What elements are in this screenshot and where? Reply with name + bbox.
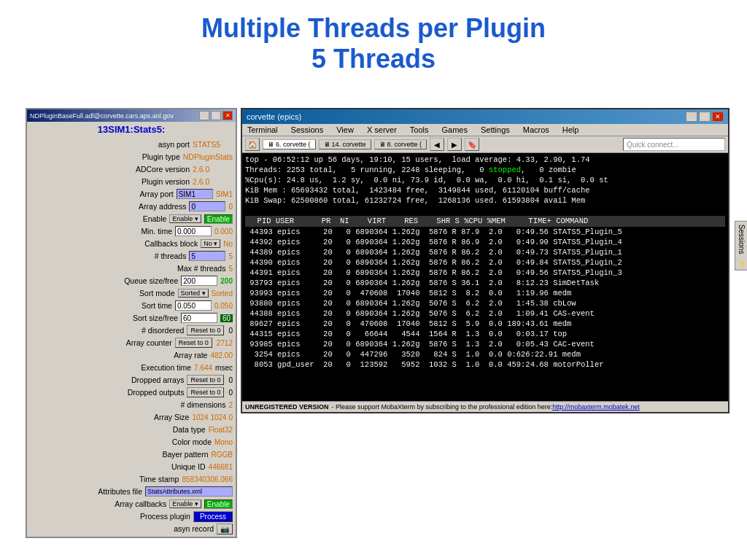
label-enable: Enable xyxy=(143,214,167,223)
reset-dropped-arrays[interactable]: Reset to 0 xyxy=(187,375,224,385)
row-timestamp: Time stamp 858340306.066 xyxy=(30,473,233,485)
reset-disordered[interactable]: Reset to 0 xyxy=(187,325,224,335)
minimize-button[interactable]: _ xyxy=(199,111,209,120)
menu-games[interactable]: Games xyxy=(440,125,470,135)
val-disordered: 0 xyxy=(228,327,233,335)
tab-icon-14: 🖥 xyxy=(324,141,330,148)
row-callbacks-block: Callbacks block No ▾ No xyxy=(30,238,233,249)
row-bayer-pattern: Bayer pattern RGGB xyxy=(30,448,233,460)
label-plugin-version: Plugin version xyxy=(142,177,190,186)
reset-dropped-outputs[interactable]: Reset to 0 xyxy=(187,387,224,397)
val-sort-mode: Sorted xyxy=(212,289,233,298)
proc-row-44391: 44391 epics 20 0 6890364 1.262g 5876 R 8… xyxy=(245,268,725,278)
val-array-counter: 2712 xyxy=(217,339,233,347)
toolbar-nav-forward[interactable]: ▶ xyxy=(447,138,462,151)
proc-row-93793: 93793 epics 20 0 6890364 1.262g 5876 S 3… xyxy=(245,278,725,288)
ndplugin-titlebar-buttons: _ □ ✕ xyxy=(199,111,233,120)
input-queue-size[interactable] xyxy=(181,276,217,286)
row-enable: Enable Enable ▾ Enable xyxy=(30,213,233,225)
input-sort-time[interactable] xyxy=(175,300,212,311)
proc-row-89627: 89627 epics 20 0 470608 17040 5812 S 5.9… xyxy=(245,319,725,329)
tab-corvette-6[interactable]: 🖥 6. corvette ( xyxy=(263,139,316,149)
proc-row-8053: 8053 gpd_user 20 0 123592 5952 1032 S 1.… xyxy=(245,359,725,370)
label-sort-size: Sort size/free xyxy=(133,314,178,322)
val-max-threads: 5 xyxy=(228,265,233,273)
restore-button[interactable]: □ xyxy=(211,111,221,120)
row-sort-mode: Sort mode Sorted ▾ Sorted xyxy=(30,287,233,299)
close-button[interactable]: ✕ xyxy=(222,111,233,120)
status-link[interactable]: http://mobaxterm.mobatek.net xyxy=(552,403,640,411)
menu-sessions[interactable]: Sessions xyxy=(289,125,326,135)
menu-terminal[interactable]: Terminal xyxy=(245,125,280,135)
enable-dropdown[interactable]: Enable ▾ xyxy=(169,214,201,223)
label-array-counter: Array counter xyxy=(126,338,172,347)
term-minimize[interactable]: _ xyxy=(686,112,697,122)
menu-tools[interactable]: Tools xyxy=(408,125,431,135)
row-disordered: # disordered Reset to 0 0 xyxy=(30,324,233,336)
asyn-record-button[interactable]: 📷 xyxy=(217,524,233,534)
input-attributes-file[interactable] xyxy=(145,486,233,497)
sessions-tab[interactable]: Sessions ★ xyxy=(735,221,747,271)
callbacks-dropdown[interactable]: No ▾ xyxy=(201,239,220,248)
label-sort-time: Sort time xyxy=(142,301,172,310)
menu-xserver[interactable]: X server xyxy=(365,125,399,135)
input-min-time[interactable] xyxy=(175,226,212,236)
tab-corvette-8[interactable]: 🖥 8. corvette ( xyxy=(374,139,427,149)
reset-array-counter[interactable]: Reset to 0 xyxy=(175,338,212,348)
input-array-port[interactable] xyxy=(177,189,213,199)
val-enable: Enable xyxy=(204,214,233,224)
array-callbacks-dropdown[interactable]: Enable ▾ xyxy=(169,499,201,508)
val-callbacks-block: No xyxy=(223,240,233,248)
proc-row-44393: 44393 epics 20 0 6890364 1.262g 5876 R 8… xyxy=(245,227,725,237)
process-table-header: PID USER PR NI VIRT RES SHR S %CPU %MEM … xyxy=(245,216,725,227)
quick-connect-input[interactable]: Quick connect... xyxy=(623,138,725,151)
proc-row-93993: 93993 epics 20 0 470608 17040 5812 S 8.2… xyxy=(245,288,725,298)
menu-help[interactable]: Help xyxy=(560,125,581,135)
input-threads[interactable] xyxy=(189,251,225,261)
term-close[interactable]: ✕ xyxy=(712,112,724,122)
input-array-address[interactable] xyxy=(189,201,225,211)
title-area: Multiple Threads per Plugin 5 Threads xyxy=(0,0,747,82)
val-adcore-version: 2.6.0 xyxy=(193,165,233,174)
label-asyn-port: asyn port xyxy=(158,140,190,149)
row-array-callbacks: Array callbacks Enable ▾ Enable xyxy=(30,498,233,510)
row-min-time: Min. time 0.000 xyxy=(30,225,233,237)
label-bayer-pattern: Bayer pattern xyxy=(163,450,209,459)
process-button[interactable]: Process xyxy=(193,511,233,522)
val-data-type: Float32 xyxy=(209,426,233,434)
sort-mode-dropdown[interactable]: Sorted ▾ xyxy=(178,289,209,298)
row-threads: # threads 5 xyxy=(30,250,233,262)
menu-settings[interactable]: Settings xyxy=(479,125,512,135)
val-plugin-type: NDPluginStats xyxy=(183,152,233,161)
menu-macros[interactable]: Macros xyxy=(521,125,551,135)
label-data-type: Data type xyxy=(173,425,206,434)
val-sort-free: 60 xyxy=(220,314,233,322)
val-array-address: 0 xyxy=(228,203,233,211)
val-array-rate: 482.00 xyxy=(210,351,233,359)
val-array-port: SIM1 xyxy=(216,190,233,198)
term-restore[interactable]: □ xyxy=(699,112,711,122)
menu-view[interactable]: View xyxy=(334,125,356,135)
val-min-time: 0.000 xyxy=(214,228,233,236)
row-plugin-version: Plugin version 2.6.0 xyxy=(30,176,233,187)
label-execution-time: Execution time xyxy=(141,363,191,372)
row-array-rate: Array rate 482.00 xyxy=(30,349,233,361)
toolbar-nav-back[interactable]: ◀ xyxy=(430,138,444,151)
toolbar-icon-home[interactable]: 🏠 xyxy=(245,138,260,151)
proc-row-44392: 44392 epics 20 0 6890364 1.262g 5876 R 8… xyxy=(245,237,725,247)
tab-corvette-14[interactable]: 🖥 14. corvette xyxy=(319,139,371,149)
row-unique-id: Unique ID 446681 xyxy=(30,461,233,472)
term-line-cpu: %Cpu(s): 24.8 us, 1.2 sy, 0.0 ni, 73.9 i… xyxy=(245,175,725,185)
row-array-size: Array Size 1024 1024 0 xyxy=(30,411,233,423)
val-dropped-arrays: 0 xyxy=(228,376,233,384)
proc-row-93880: 93880 epics 20 0 6890364 1.262g 5076 S 6… xyxy=(245,298,725,308)
label-plugin-type: Plugin type xyxy=(142,152,180,161)
terminal-toolbar: 🏠 🖥 6. corvette ( 🖥 14. corvette 🖥 8. co… xyxy=(242,136,728,153)
label-disordered: # disordered xyxy=(142,326,184,335)
proc-row-44315: 44315 epics 20 0 66644 4544 1564 R 1.3 0… xyxy=(245,329,725,339)
input-sort-size[interactable] xyxy=(181,313,217,323)
toolbar-bookmark[interactable]: 🔖 xyxy=(465,138,479,151)
terminal-window: corvette (epics) _ □ ✕ Terminal Sessions… xyxy=(241,108,729,413)
row-max-threads: Max # threads 5 xyxy=(30,262,233,274)
label-attributes-file: Attributes file xyxy=(98,487,142,496)
